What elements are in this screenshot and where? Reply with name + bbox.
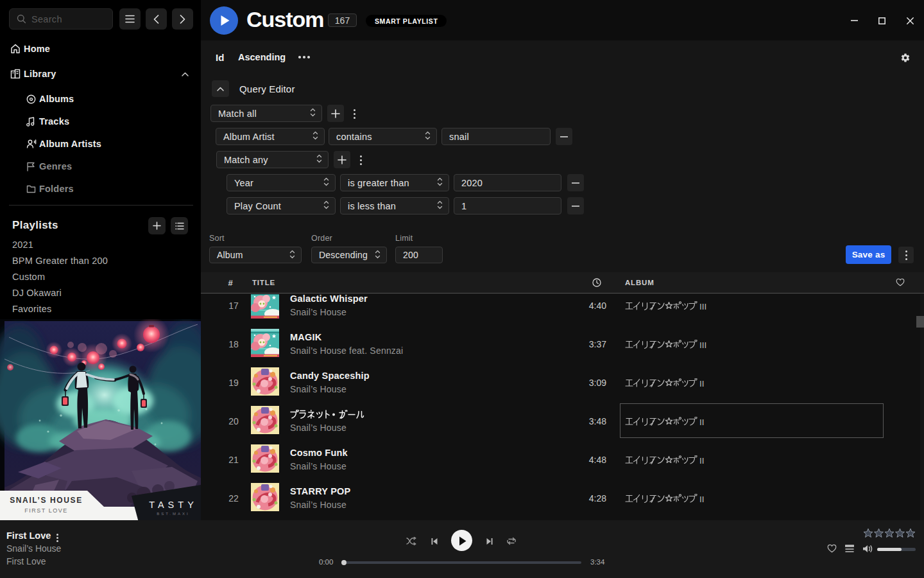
svg-text:TASTY: TASTY	[149, 500, 198, 510]
svg-text:III: III	[699, 302, 706, 311]
svg-text:II: II	[699, 379, 705, 389]
svg-text:III: III	[699, 340, 706, 350]
svg-text:BST.MAXI: BST.MAXI	[157, 512, 189, 516]
svg-text:II: II	[699, 495, 705, 504]
svg-text:II: II	[699, 456, 705, 466]
svg-text:SNAIL’S HOUSE: SNAIL’S HOUSE	[10, 496, 82, 505]
svg-text:FIRST LOVE: FIRST LOVE	[24, 507, 67, 514]
